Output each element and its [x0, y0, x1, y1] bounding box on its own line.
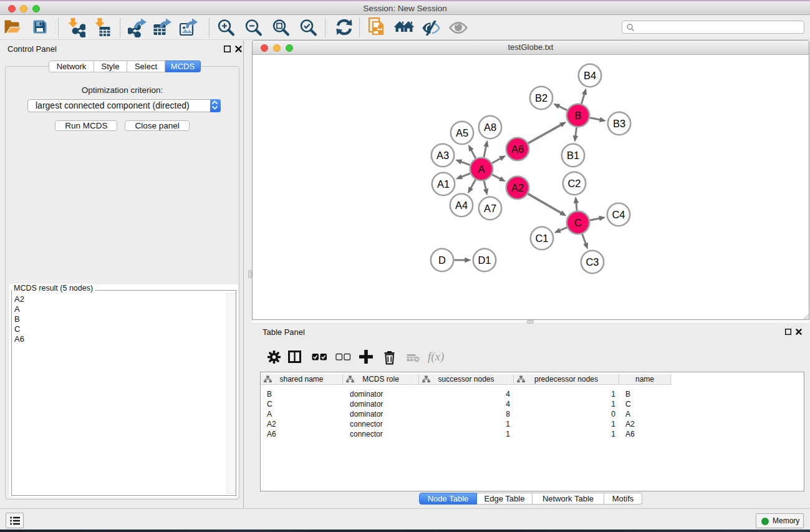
- svg-text:A4: A4: [455, 200, 468, 211]
- svg-text:B: B: [574, 110, 581, 121]
- svg-text:C1: C1: [535, 233, 548, 244]
- svg-text:A2: A2: [511, 182, 524, 193]
- svg-text:C4: C4: [612, 209, 625, 220]
- svg-text:C3: C3: [586, 256, 599, 268]
- svg-text:A7: A7: [484, 203, 496, 214]
- svg-text:A5: A5: [456, 127, 468, 138]
- svg-text:B4: B4: [584, 70, 596, 81]
- svg-text:C2: C2: [567, 178, 581, 189]
- svg-text:A1: A1: [437, 178, 450, 190]
- svg-text:C: C: [574, 217, 582, 228]
- svg-text:A3: A3: [436, 150, 449, 161]
- svg-text:A8: A8: [484, 122, 496, 133]
- svg-text:D: D: [438, 254, 446, 266]
- svg-text:D1: D1: [478, 254, 491, 266]
- svg-text:B2: B2: [535, 92, 547, 104]
- svg-text:B3: B3: [613, 118, 625, 129]
- svg-text:A6: A6: [511, 143, 524, 155]
- svg-text:B1: B1: [567, 150, 579, 161]
- svg-text:A: A: [478, 163, 485, 175]
